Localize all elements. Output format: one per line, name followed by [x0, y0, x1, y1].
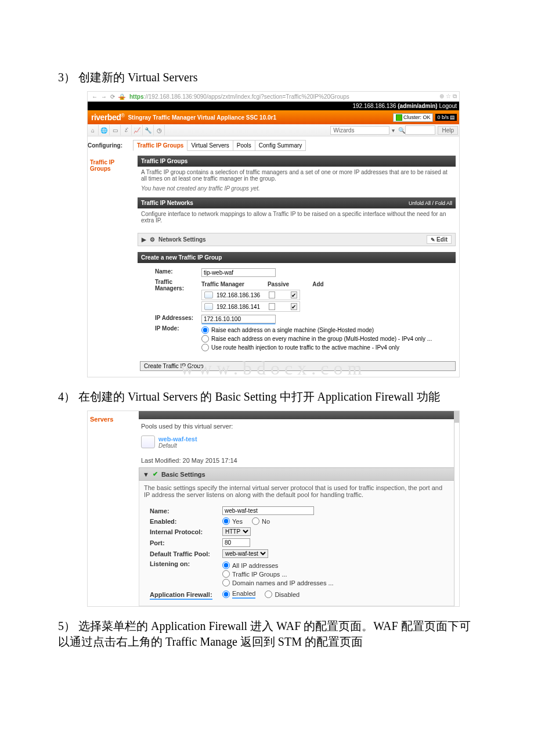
passive-checkbox[interactable] [269, 291, 275, 298]
passive-checkbox[interactable] [269, 303, 275, 310]
listen-tip-radio[interactable] [222, 570, 230, 578]
basic-settings-header[interactable]: ▼ ✔ Basic Settings [139, 467, 454, 481]
tab-pools[interactable]: Pools [233, 140, 255, 151]
default-pool-label: Default Traffic Pool: [150, 550, 222, 557]
book-icon[interactable]: ▭ [110, 125, 121, 135]
appfw-enabled-radio[interactable] [222, 591, 230, 598]
create-form: Name: Traffic Managers: Traffic Manager … [138, 263, 456, 358]
tab-config-summary[interactable]: Config Summary [255, 140, 306, 151]
chart-icon[interactable]: 📈 [132, 125, 143, 135]
caret-down-icon: ▾ [392, 127, 395, 134]
tm-header-name: Traffic Manager [201, 281, 244, 287]
brand-banner: riverbed® Stingray Traffic Manager Virtu… [88, 110, 459, 124]
left-nav-item[interactable]: Groups [90, 165, 135, 172]
ipmode-multi-label: Raise each address on every machine in t… [211, 336, 432, 342]
ipmode-rhi[interactable] [201, 344, 209, 351]
reload-icon[interactable]: ⟳ [110, 93, 115, 100]
globe-icon[interactable]: 🌐 [99, 125, 110, 135]
last-modified: Last Modified: 20 May 2015 17:14 [139, 453, 454, 467]
url-scheme: https [129, 93, 143, 100]
cluster-status[interactable]: Cluster: OK [393, 113, 434, 122]
name-label: Name: [155, 268, 201, 275]
tm-row: 192.168.186.141 ✔ [201, 301, 300, 312]
appfw-enabled-label: Enabled [232, 590, 255, 599]
registered-icon: ® [121, 113, 124, 118]
basic-settings-form: Name: Enabled: Yes No Internal Protocol:… [139, 502, 454, 606]
network-settings-row[interactable]: ▶ ⚙ Network Settings ✎ Edit [138, 233, 456, 246]
bps-graph-icon: ▤ [450, 114, 455, 120]
tab-virtual-servers[interactable]: Virtual Servers [187, 140, 233, 151]
gear-icon: ⚙ [150, 236, 155, 243]
wrench-icon[interactable]: 🔧 [143, 125, 154, 135]
browser-extensions[interactable]: ⊕ ☆ ⧉ [439, 93, 457, 100]
help-button[interactable]: Help [438, 126, 458, 135]
vs-name-input[interactable] [222, 506, 314, 515]
search-input[interactable] [405, 125, 435, 135]
top-status-bar: 192.168.186.136 (admin/admin) Logout [88, 102, 459, 110]
doc-heading-4: 4） 在创建的 Virtual Servers 的 Basic Setting … [58, 389, 476, 405]
link-icon[interactable]: 𝓔 [121, 125, 132, 135]
ip-addresses-input[interactable] [201, 315, 276, 323]
edit-button[interactable]: ✎ Edit [427, 235, 452, 244]
tm-header-add: Add [312, 281, 323, 287]
listen-tip-label: Traffic IP Groups ... [232, 571, 287, 578]
port-input[interactable] [222, 538, 250, 547]
doc-heading-3: 3） 创建新的 Virtual Servers [58, 70, 476, 85]
expand-icon: ▶ [142, 236, 146, 243]
back-icon[interactable]: ← [92, 93, 98, 100]
section-header-traffic-ip-groups: Traffic IP Groups [138, 156, 456, 167]
clock-icon[interactable]: ◷ [154, 125, 165, 135]
browser-bar: ← → ⟳ 🔒 https://192.168.186.136:9090/app… [88, 92, 459, 102]
enabled-no-label: No [262, 518, 270, 525]
bandwidth-meter[interactable]: 0 b/s ▤ [435, 114, 457, 121]
appfw-disabled-radio[interactable] [265, 591, 272, 598]
section-header-stub [139, 411, 454, 419]
tm-row: 192.168.186.136 ✔ [201, 290, 300, 300]
pools-used-label: Pools used by this virtual server: [139, 419, 454, 433]
section-title: Traffic IP Networks [141, 200, 193, 206]
pool-default-label: Default [158, 442, 197, 449]
forward-icon[interactable]: → [101, 93, 107, 100]
ipmode-single[interactable] [201, 326, 209, 334]
tm-header-passive: Passive [268, 281, 289, 287]
url-rest: ://192.168.186.136:9090/apps/zxtm/index.… [143, 93, 349, 100]
create-button[interactable]: Create Traffic IP Group [140, 361, 456, 371]
address-bar[interactable]: https://192.168.186.136:9090/apps/zxtm/i… [129, 93, 439, 100]
cluster-status-text: Cluster: OK [403, 114, 431, 120]
network-settings-label: Network Settings [158, 236, 206, 243]
listen-domain-radio[interactable] [222, 579, 230, 586]
server-icon [204, 291, 213, 298]
listening-label: Listening on: [150, 560, 222, 567]
left-nav-servers[interactable]: Servers [88, 411, 139, 606]
default-pool-select[interactable]: web-waf-test [222, 549, 268, 558]
pool-name[interactable]: web-waf-test [158, 435, 197, 442]
scrollbar[interactable] [454, 411, 459, 606]
chevron-down-icon: ▼ [143, 471, 149, 478]
wizards-dropdown[interactable]: Wizards [330, 126, 389, 135]
ipmode-multi[interactable] [201, 335, 209, 343]
basic-settings-title: Basic Settings [161, 471, 205, 478]
search-icon: 🔍 [398, 127, 405, 134]
section-desc: A Traffic IP group contains a selection … [141, 169, 452, 182]
port-label: Port: [150, 539, 222, 546]
add-checkbox[interactable]: ✔ [291, 291, 297, 298]
logout-link[interactable]: Logout [439, 103, 457, 109]
pool-item[interactable]: web-waf-test Default [141, 435, 452, 449]
protocol-select[interactable]: HTTP [222, 527, 251, 536]
add-checkbox[interactable]: ✔ [291, 303, 297, 310]
enabled-yes-radio[interactable] [222, 517, 230, 525]
ipmode-label: IP Mode: [155, 325, 201, 332]
listen-domain-label: Domain names and IP addresses ... [232, 579, 334, 586]
home-icon[interactable]: ⌂ [88, 125, 99, 135]
enabled-no-radio[interactable] [252, 517, 259, 525]
icon-toolbar: ⌂ 🌐 ▭ 𝓔 📈 🔧 ◷ Wizards ▾ 🔍 Help [88, 124, 459, 136]
fold-toggle-link[interactable]: Unfold All / Fold All [409, 200, 452, 206]
listen-all-radio[interactable] [222, 561, 230, 569]
empty-msg: You have not created any traffic IP grou… [141, 185, 260, 192]
name-input[interactable] [201, 268, 276, 277]
section-title: Traffic IP Groups [141, 158, 187, 164]
tab-traffic-ip-groups[interactable]: Traffic IP Groups [133, 140, 187, 151]
app-title: Stingray Traffic Manager Virtual Applian… [128, 114, 276, 121]
ipmode-single-label: Raise each address on a single machine (… [211, 327, 374, 333]
left-nav-item[interactable]: Traffic IP [90, 159, 135, 165]
